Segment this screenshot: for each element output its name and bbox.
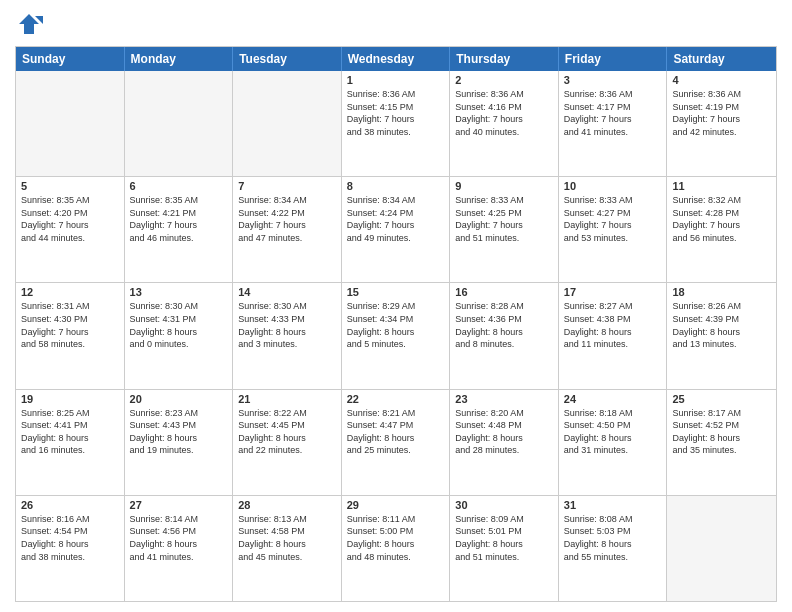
day-number: 22 — [347, 393, 445, 405]
cell-info: Sunrise: 8:36 AMSunset: 4:15 PMDaylight:… — [347, 88, 445, 138]
calendar-cell: 12Sunrise: 8:31 AMSunset: 4:30 PMDayligh… — [16, 283, 125, 388]
day-number: 9 — [455, 180, 553, 192]
day-number: 14 — [238, 286, 336, 298]
calendar-header-monday: Monday — [125, 47, 234, 71]
calendar-cell: 25Sunrise: 8:17 AMSunset: 4:52 PMDayligh… — [667, 390, 776, 495]
cell-info: Sunrise: 8:16 AMSunset: 4:54 PMDaylight:… — [21, 513, 119, 563]
calendar-cell: 17Sunrise: 8:27 AMSunset: 4:38 PMDayligh… — [559, 283, 668, 388]
cell-info: Sunrise: 8:34 AMSunset: 4:24 PMDaylight:… — [347, 194, 445, 244]
day-number: 24 — [564, 393, 662, 405]
day-number: 6 — [130, 180, 228, 192]
day-number: 2 — [455, 74, 553, 86]
day-number: 21 — [238, 393, 336, 405]
cell-info: Sunrise: 8:21 AMSunset: 4:47 PMDaylight:… — [347, 407, 445, 457]
day-number: 4 — [672, 74, 771, 86]
cell-info: Sunrise: 8:32 AMSunset: 4:28 PMDaylight:… — [672, 194, 771, 244]
calendar-cell — [233, 71, 342, 176]
day-number: 19 — [21, 393, 119, 405]
calendar-cell: 13Sunrise: 8:30 AMSunset: 4:31 PMDayligh… — [125, 283, 234, 388]
cell-info: Sunrise: 8:18 AMSunset: 4:50 PMDaylight:… — [564, 407, 662, 457]
calendar-cell — [125, 71, 234, 176]
day-number: 5 — [21, 180, 119, 192]
day-number: 16 — [455, 286, 553, 298]
logo — [15, 10, 47, 38]
day-number: 28 — [238, 499, 336, 511]
calendar-cell: 10Sunrise: 8:33 AMSunset: 4:27 PMDayligh… — [559, 177, 668, 282]
calendar-cell: 18Sunrise: 8:26 AMSunset: 4:39 PMDayligh… — [667, 283, 776, 388]
cell-info: Sunrise: 8:26 AMSunset: 4:39 PMDaylight:… — [672, 300, 771, 350]
day-number: 8 — [347, 180, 445, 192]
cell-info: Sunrise: 8:14 AMSunset: 4:56 PMDaylight:… — [130, 513, 228, 563]
calendar-header: SundayMondayTuesdayWednesdayThursdayFrid… — [16, 47, 776, 71]
calendar-body: 1Sunrise: 8:36 AMSunset: 4:15 PMDaylight… — [16, 71, 776, 601]
calendar-header-friday: Friday — [559, 47, 668, 71]
cell-info: Sunrise: 8:20 AMSunset: 4:48 PMDaylight:… — [455, 407, 553, 457]
calendar-cell: 14Sunrise: 8:30 AMSunset: 4:33 PMDayligh… — [233, 283, 342, 388]
day-number: 27 — [130, 499, 228, 511]
logo-icon — [15, 10, 43, 38]
cell-info: Sunrise: 8:09 AMSunset: 5:01 PMDaylight:… — [455, 513, 553, 563]
calendar-cell: 31Sunrise: 8:08 AMSunset: 5:03 PMDayligh… — [559, 496, 668, 601]
day-number: 11 — [672, 180, 771, 192]
calendar-cell: 15Sunrise: 8:29 AMSunset: 4:34 PMDayligh… — [342, 283, 451, 388]
calendar-cell: 7Sunrise: 8:34 AMSunset: 4:22 PMDaylight… — [233, 177, 342, 282]
cell-info: Sunrise: 8:23 AMSunset: 4:43 PMDaylight:… — [130, 407, 228, 457]
calendar-header-saturday: Saturday — [667, 47, 776, 71]
calendar-cell: 29Sunrise: 8:11 AMSunset: 5:00 PMDayligh… — [342, 496, 451, 601]
calendar-cell: 28Sunrise: 8:13 AMSunset: 4:58 PMDayligh… — [233, 496, 342, 601]
cell-info: Sunrise: 8:35 AMSunset: 4:20 PMDaylight:… — [21, 194, 119, 244]
cell-info: Sunrise: 8:33 AMSunset: 4:25 PMDaylight:… — [455, 194, 553, 244]
calendar-row-0: 1Sunrise: 8:36 AMSunset: 4:15 PMDaylight… — [16, 71, 776, 177]
calendar-cell: 2Sunrise: 8:36 AMSunset: 4:16 PMDaylight… — [450, 71, 559, 176]
day-number: 15 — [347, 286, 445, 298]
calendar-cell: 27Sunrise: 8:14 AMSunset: 4:56 PMDayligh… — [125, 496, 234, 601]
day-number: 25 — [672, 393, 771, 405]
day-number: 20 — [130, 393, 228, 405]
calendar-cell: 9Sunrise: 8:33 AMSunset: 4:25 PMDaylight… — [450, 177, 559, 282]
calendar-cell: 5Sunrise: 8:35 AMSunset: 4:20 PMDaylight… — [16, 177, 125, 282]
calendar-cell: 30Sunrise: 8:09 AMSunset: 5:01 PMDayligh… — [450, 496, 559, 601]
cell-info: Sunrise: 8:11 AMSunset: 5:00 PMDaylight:… — [347, 513, 445, 563]
cell-info: Sunrise: 8:36 AMSunset: 4:17 PMDaylight:… — [564, 88, 662, 138]
cell-info: Sunrise: 8:17 AMSunset: 4:52 PMDaylight:… — [672, 407, 771, 457]
cell-info: Sunrise: 8:33 AMSunset: 4:27 PMDaylight:… — [564, 194, 662, 244]
day-number: 1 — [347, 74, 445, 86]
cell-info: Sunrise: 8:31 AMSunset: 4:30 PMDaylight:… — [21, 300, 119, 350]
day-number: 3 — [564, 74, 662, 86]
calendar-cell — [667, 496, 776, 601]
calendar-cell: 21Sunrise: 8:22 AMSunset: 4:45 PMDayligh… — [233, 390, 342, 495]
calendar-cell: 1Sunrise: 8:36 AMSunset: 4:15 PMDaylight… — [342, 71, 451, 176]
calendar-header-wednesday: Wednesday — [342, 47, 451, 71]
calendar-cell: 8Sunrise: 8:34 AMSunset: 4:24 PMDaylight… — [342, 177, 451, 282]
calendar-header-sunday: Sunday — [16, 47, 125, 71]
calendar-cell — [16, 71, 125, 176]
calendar-cell: 26Sunrise: 8:16 AMSunset: 4:54 PMDayligh… — [16, 496, 125, 601]
day-number: 7 — [238, 180, 336, 192]
day-number: 10 — [564, 180, 662, 192]
calendar-header-tuesday: Tuesday — [233, 47, 342, 71]
day-number: 31 — [564, 499, 662, 511]
cell-info: Sunrise: 8:30 AMSunset: 4:33 PMDaylight:… — [238, 300, 336, 350]
day-number: 23 — [455, 393, 553, 405]
day-number: 17 — [564, 286, 662, 298]
calendar-row-4: 26Sunrise: 8:16 AMSunset: 4:54 PMDayligh… — [16, 496, 776, 601]
cell-info: Sunrise: 8:35 AMSunset: 4:21 PMDaylight:… — [130, 194, 228, 244]
calendar-cell: 23Sunrise: 8:20 AMSunset: 4:48 PMDayligh… — [450, 390, 559, 495]
calendar-row-3: 19Sunrise: 8:25 AMSunset: 4:41 PMDayligh… — [16, 390, 776, 496]
calendar-cell: 20Sunrise: 8:23 AMSunset: 4:43 PMDayligh… — [125, 390, 234, 495]
calendar-row-2: 12Sunrise: 8:31 AMSunset: 4:30 PMDayligh… — [16, 283, 776, 389]
cell-info: Sunrise: 8:13 AMSunset: 4:58 PMDaylight:… — [238, 513, 336, 563]
calendar-cell: 22Sunrise: 8:21 AMSunset: 4:47 PMDayligh… — [342, 390, 451, 495]
calendar-cell: 16Sunrise: 8:28 AMSunset: 4:36 PMDayligh… — [450, 283, 559, 388]
header — [15, 10, 777, 38]
calendar-cell: 11Sunrise: 8:32 AMSunset: 4:28 PMDayligh… — [667, 177, 776, 282]
day-number: 13 — [130, 286, 228, 298]
day-number: 30 — [455, 499, 553, 511]
calendar-cell: 19Sunrise: 8:25 AMSunset: 4:41 PMDayligh… — [16, 390, 125, 495]
cell-info: Sunrise: 8:34 AMSunset: 4:22 PMDaylight:… — [238, 194, 336, 244]
calendar-header-thursday: Thursday — [450, 47, 559, 71]
day-number: 26 — [21, 499, 119, 511]
calendar-cell: 4Sunrise: 8:36 AMSunset: 4:19 PMDaylight… — [667, 71, 776, 176]
cell-info: Sunrise: 8:36 AMSunset: 4:16 PMDaylight:… — [455, 88, 553, 138]
calendar-cell: 6Sunrise: 8:35 AMSunset: 4:21 PMDaylight… — [125, 177, 234, 282]
